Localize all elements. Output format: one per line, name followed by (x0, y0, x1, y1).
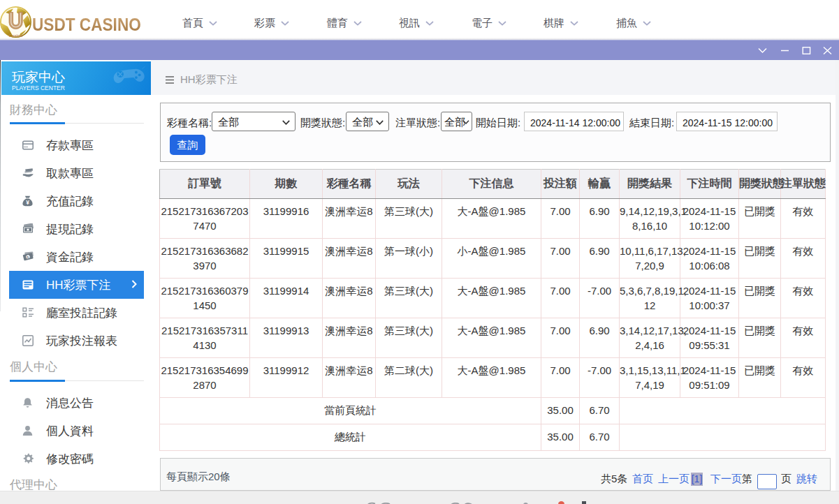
svg-text:Casino: Casino (8, 34, 22, 38)
svg-text:¥: ¥ (26, 199, 29, 206)
